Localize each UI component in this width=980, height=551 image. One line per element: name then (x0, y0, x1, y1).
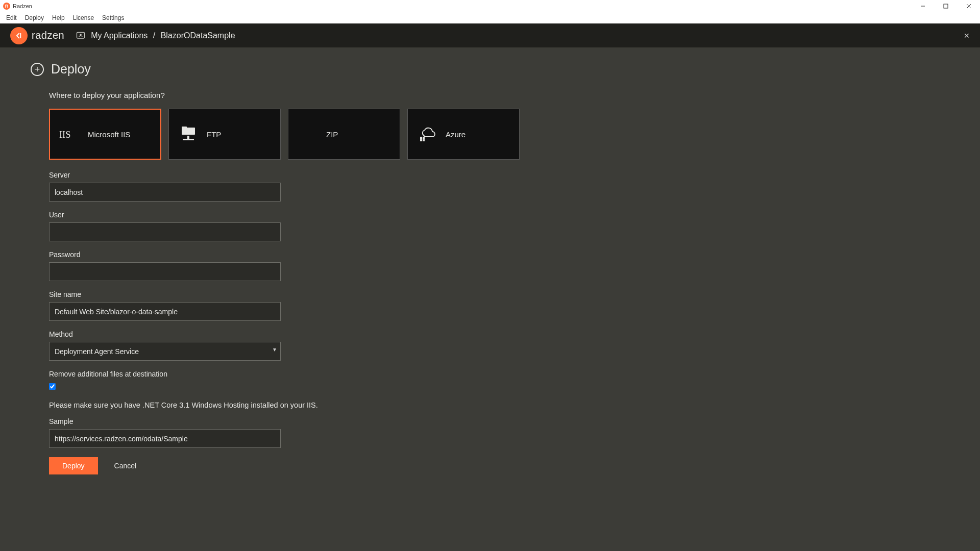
target-ftp-label: FTP (207, 130, 221, 139)
svg-text:IIS: IIS (59, 130, 70, 140)
app-icon: R (3, 3, 10, 10)
target-zip[interactable]: ZIP (288, 109, 400, 160)
cancel-button[interactable]: Cancel (114, 462, 137, 470)
menu-deploy[interactable]: Deploy (21, 13, 48, 22)
window-close-button[interactable] (957, 0, 980, 12)
deploy-question: Where to deploy your application? (49, 91, 610, 99)
target-azure-label: Azure (446, 130, 465, 139)
iis-hint: Please make sure you have .NET Core 3.1 … (49, 401, 610, 409)
breadcrumb-separator: / (153, 31, 155, 40)
svg-rect-8 (182, 128, 195, 135)
app-logo: radzen (10, 27, 64, 44)
breadcrumb-root[interactable]: My Applications (91, 31, 148, 40)
breadcrumb-home-icon[interactable] (76, 31, 86, 41)
window-menubar: Edit Deploy Help License Settings (0, 12, 980, 23)
window-maximize-button[interactable] (934, 0, 957, 12)
breadcrumb-current: BlazorODataSample (161, 31, 235, 40)
method-label: Method (49, 330, 610, 338)
target-iis[interactable]: IIS Microsoft IIS (49, 109, 161, 160)
user-label: User (49, 211, 610, 219)
remove-files-checkbox[interactable] (49, 383, 56, 390)
svg-point-6 (80, 34, 82, 36)
svg-rect-12 (420, 137, 422, 139)
page-title: Deploy (51, 62, 91, 77)
svg-rect-11 (183, 139, 194, 140)
deploy-button[interactable]: Deploy (49, 457, 98, 474)
menu-license[interactable]: License (69, 13, 98, 22)
svg-rect-1 (944, 4, 948, 8)
site-name-label: Site name (49, 290, 610, 298)
brand-text: radzen (32, 30, 64, 41)
sample-input[interactable] (49, 429, 281, 448)
password-input[interactable] (49, 262, 281, 281)
remove-files-label: Remove additional files at destination (49, 370, 610, 378)
window-controls (911, 0, 980, 12)
server-input[interactable] (49, 183, 281, 202)
sample-label: Sample (49, 417, 610, 425)
svg-rect-10 (187, 136, 189, 139)
svg-rect-14 (420, 139, 422, 141)
deploy-form: Where to deploy your application? IIS Mi… (49, 91, 610, 474)
page-title-row: + Deploy (31, 62, 949, 77)
window-title: Radzen (13, 3, 32, 9)
target-iis-label: Microsoft IIS (88, 130, 130, 139)
app-body: + Deploy Where to deploy your applicatio… (0, 47, 980, 551)
target-azure[interactable]: Azure (407, 109, 520, 160)
window-minimize-button[interactable] (911, 0, 934, 12)
menu-help[interactable]: Help (48, 13, 69, 22)
ftp-icon (178, 127, 199, 142)
svg-rect-9 (182, 127, 187, 129)
server-label: Server (49, 171, 610, 179)
target-zip-label: ZIP (326, 130, 338, 139)
brand-icon (10, 27, 28, 44)
breadcrumb: My Applications / BlazorODataSample (91, 31, 235, 40)
user-input[interactable] (49, 222, 281, 241)
svg-rect-15 (423, 139, 425, 141)
azure-icon (417, 127, 437, 142)
deploy-target-row: IIS Microsoft IIS FTP ZIP (49, 109, 610, 160)
svg-rect-13 (423, 137, 425, 139)
app-header: radzen My Applications / BlazorODataSamp… (0, 23, 980, 47)
target-ftp[interactable]: FTP (168, 109, 281, 160)
method-select[interactable]: Deployment Agent Service (49, 342, 281, 361)
password-label: Password (49, 251, 610, 259)
header-close-button[interactable]: ✕ (964, 32, 970, 40)
deploy-plus-icon: + (31, 63, 44, 76)
menu-edit[interactable]: Edit (2, 13, 21, 22)
iis-icon: IIS (59, 126, 80, 142)
site-name-input[interactable] (49, 302, 281, 321)
menu-settings[interactable]: Settings (98, 13, 128, 22)
window-titlebar: R Radzen (0, 0, 980, 12)
